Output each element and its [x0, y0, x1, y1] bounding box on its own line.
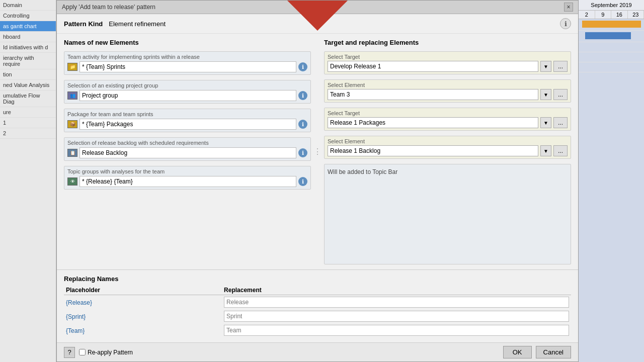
target-dropdown-arrow-2[interactable]: ▼ [540, 117, 551, 128]
target-select-develop[interactable]: Develop Release 1 [328, 61, 538, 72]
element-row-backlog: Selection of release backlog with schedu… [64, 137, 311, 161]
sidebar-item-earned-value[interactable]: ned Value Analysis [0, 80, 56, 90]
select-target-row-1: Develop Release 1 ▼ ... [328, 61, 568, 72]
target-dropdown-arrow-1[interactable]: ▼ [540, 61, 551, 72]
placeholder-release: {Release} [66, 299, 92, 306]
element-desc-project-group: Selection of an existing project group [67, 82, 307, 88]
column-divider: ⋮ [316, 39, 319, 264]
help-button[interactable]: ? [64, 347, 75, 358]
left-column: Names of new Elements Team activity for … [64, 39, 311, 264]
gantt-date-23: 23 [628, 11, 645, 19]
gantt-date-16: 16 [611, 11, 628, 19]
element-dots-btn-2[interactable]: ... [553, 145, 568, 156]
replacement-input-release[interactable] [224, 297, 569, 308]
right-section-header: Target and replacing Elements [324, 39, 571, 46]
element-row-sprints: Team activity for implementing sprints w… [64, 51, 311, 75]
sidebar-item-2[interactable]: 2 [0, 128, 56, 139]
table-header-replacement: Replacement [222, 286, 571, 295]
packages-input[interactable] [79, 119, 296, 130]
topic-info-icon[interactable]: ℹ [298, 177, 307, 186]
topic-input[interactable] [79, 176, 296, 187]
gantt-bar-row-4 [579, 52, 644, 62]
gantt-bar-2 [585, 32, 631, 39]
gantt-bar-row-3 [579, 42, 644, 52]
element-input-row-group: 👥 ℹ [67, 90, 307, 101]
gantt-bar-row-2 [579, 32, 644, 42]
element-section-team3: Select Element Team 3 ▼ ... [324, 79, 571, 103]
element-row-packages: Package for team and team sprints 📦 ℹ [64, 109, 311, 132]
reapply-checkbox[interactable] [79, 349, 86, 355]
table-header-placeholder: Placeholder [64, 286, 222, 295]
replacement-input-sprint[interactable] [224, 311, 569, 322]
cancel-button[interactable]: Cancel [536, 346, 571, 358]
target-dots-btn-1[interactable]: ... [553, 61, 568, 72]
select-element-label-2: Select Element [328, 138, 568, 144]
backlog-info-icon[interactable]: ℹ [298, 148, 307, 157]
sidebar-item-controlling[interactable]: Controlling [0, 11, 56, 21]
sidebar: Domain Controlling as gantt chart hboard… [0, 0, 56, 362]
modal-dialog: Apply 'Add team to release' pattern × Pa… [56, 0, 579, 362]
gantt-month: September 2019 [579, 0, 644, 11]
sprints-input[interactable] [79, 61, 296, 72]
select-element-row-2: Release 1 Backlog ▼ ... [328, 145, 568, 156]
table-row: {Team} [64, 323, 571, 337]
element-desc-backlog: Selection of release backlog with schedu… [67, 140, 307, 146]
pattern-kind-value: Element refinement [109, 20, 166, 28]
group-icon: 👥 [67, 92, 77, 100]
left-section-header: Names of new Elements [64, 39, 311, 46]
element-section-backlog: Select Element Release 1 Backlog ▼ ... [324, 136, 571, 159]
target-section-packages: Select Target Release 1 Packages ▼ ... [324, 108, 571, 131]
group-info-icon[interactable]: ℹ [298, 91, 307, 100]
close-button[interactable]: × [564, 3, 573, 12]
target-select-packages[interactable]: Release 1 Packages [328, 117, 538, 128]
select-element-row-1: Team 3 ▼ ... [328, 89, 568, 100]
element-dropdown-arrow-2[interactable]: ▼ [540, 145, 551, 156]
placeholder-team: {Team} [66, 327, 85, 334]
ok-button[interactable]: OK [503, 346, 532, 358]
sprints-info-icon[interactable]: ℹ [298, 62, 307, 71]
modal-body: Names of new Elements Team activity for … [57, 34, 578, 342]
replacing-names-header: Replacing Names [64, 275, 571, 283]
target-dots-btn-2[interactable]: ... [553, 117, 568, 128]
replacing-table: Placeholder Replacement {Release} {Sprin… [64, 286, 571, 337]
backlog-input[interactable] [79, 147, 296, 158]
element-dropdown-arrow-1[interactable]: ▼ [540, 89, 551, 100]
select-target-label-2: Select Target [328, 110, 568, 116]
select-target-label-1: Select Target [328, 54, 568, 60]
pattern-kind-label: Pattern Kind [64, 20, 103, 28]
sprints-icon: 📁 [67, 63, 77, 71]
gantt-date-9: 9 [595, 11, 612, 19]
element-dots-btn-1[interactable]: ... [553, 89, 568, 100]
sidebar-item-1[interactable]: 1 [0, 118, 56, 128]
gantt-date-2: 2 [579, 11, 595, 19]
element-select-team3[interactable]: Team 3 [328, 89, 538, 100]
sidebar-item-tion[interactable]: tion [0, 69, 56, 80]
element-input-row-packages: 📦 ℹ [67, 119, 307, 130]
element-select-backlog[interactable]: Release 1 Backlog [328, 145, 538, 156]
modal-columns: Names of new Elements Team activity for … [57, 34, 578, 269]
replacement-input-team[interactable] [224, 325, 569, 336]
sidebar-item-domain[interactable]: Domain [0, 0, 56, 11]
info-button[interactable]: ℹ [560, 18, 571, 29]
gantt-bar-row-1 [579, 21, 644, 31]
sidebar-item-ure[interactable]: ure [0, 107, 56, 118]
modal-footer: ? Re-apply Pattern OK Cancel [57, 342, 578, 361]
sidebar-item-dashboard[interactable]: hboard [0, 32, 56, 42]
sidebar-item-gantt[interactable]: as gantt chart [0, 21, 56, 32]
element-row-topic: Topic groups with analyses for the team … [64, 166, 311, 190]
element-row-project-group: Selection of an existing project group 👥… [64, 80, 311, 104]
gantt-bar-1 [582, 21, 641, 28]
project-group-input[interactable] [79, 90, 296, 101]
element-desc-packages: Package for team and team sprints [67, 111, 307, 117]
reapply-label: Re-apply Pattern [88, 349, 133, 356]
placeholder-sprint: {Sprint} [66, 313, 86, 320]
reapply-checkbox-label[interactable]: Re-apply Pattern [79, 349, 133, 356]
table-row: {Sprint} [64, 309, 571, 323]
backlog-icon: 📋 [67, 149, 77, 157]
table-row: {Release} [64, 295, 571, 310]
sidebar-item-hierarchy[interactable]: ierarchy with require [0, 53, 56, 69]
element-input-row-backlog: 📋 ℹ [67, 147, 307, 158]
sidebar-item-initiatives[interactable]: Id initiatives with d [0, 42, 56, 53]
packages-info-icon[interactable]: ℹ [298, 120, 307, 129]
sidebar-item-cumulative[interactable]: umulative Flow Diag [0, 90, 56, 107]
